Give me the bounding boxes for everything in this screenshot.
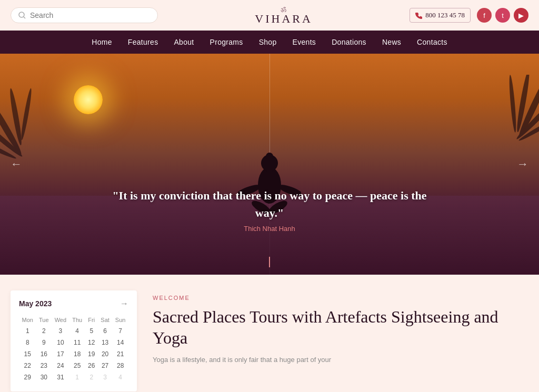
calendar-day-cell[interactable]: 5 — [85, 325, 98, 337]
welcome-description: Yoga is a lifestyle, and it is only fair… — [153, 355, 528, 366]
svg-line-1 — [24, 17, 25, 18]
calendar-grid: Mon Tue Wed Thu Fri Sat Sun 123456789101… — [19, 315, 128, 383]
weekday-fri: Fri — [85, 315, 98, 325]
calendar-day-cell[interactable]: 4 — [69, 325, 85, 337]
nav-contacts[interactable]: Contacts — [417, 38, 447, 46]
calendar-day-cell[interactable]: 24 — [52, 360, 69, 371]
calendar-day-cell[interactable]: 7 — [112, 325, 128, 337]
search-container — [11, 7, 158, 23]
svg-point-0 — [19, 12, 24, 17]
nav-features[interactable]: Features — [128, 38, 158, 46]
quote-text: "It is my conviction that there is no wa… — [105, 187, 434, 222]
calendar-day-cell[interactable]: 12 — [85, 337, 98, 348]
hero-prev-button[interactable]: ← — [5, 152, 27, 176]
nav-news[interactable]: News — [382, 38, 401, 46]
weekday-sat: Sat — [98, 315, 112, 325]
calendar-day-cell[interactable]: 4 — [112, 371, 128, 383]
welcome-section: WELCOME Sacred Places Tours with Artefac… — [153, 290, 528, 366]
site-header: ॐ VIHARA 800 123 45 78 f t ▶ — [0, 0, 539, 31]
nav-shop[interactable]: Shop — [259, 38, 277, 46]
search-icon — [18, 12, 26, 19]
calendar-week-row: 22232425262728 — [19, 360, 128, 371]
header-right: 800 123 45 78 f t ▶ — [410, 8, 528, 23]
calendar-day-cell[interactable]: 1 — [69, 371, 85, 383]
svg-point-18 — [266, 153, 273, 160]
calendar-day-cell[interactable]: 21 — [112, 348, 128, 360]
calendar-day-cell[interactable]: 11 — [69, 337, 85, 348]
calendar-header: May 2023 → — [19, 299, 128, 308]
site-logo: ॐ VIHARA — [255, 6, 313, 25]
calendar-day-cell[interactable]: 2 — [85, 371, 98, 383]
calendar-day-cell[interactable]: 9 — [36, 337, 52, 348]
calendar-widget: May 2023 → Mon Tue Wed Thu Fri Sat Sun 1… — [11, 290, 137, 391]
svg-point-4 — [19, 88, 33, 140]
svg-point-9 — [508, 75, 517, 133]
calendar-day-cell[interactable]: 27 — [98, 360, 112, 371]
calendar-day-cell[interactable]: 22 — [19, 360, 36, 371]
calendar-day-cell[interactable]: 30 — [36, 371, 52, 383]
calendar-day-cell[interactable]: 13 — [98, 337, 112, 348]
calendar-week-row: 2930311234 — [19, 371, 128, 383]
calendar-day-cell[interactable]: 26 — [85, 360, 98, 371]
nav-home[interactable]: Home — [92, 38, 112, 46]
calendar-week-row: 15161718192021 — [19, 348, 128, 360]
nav-about[interactable]: About — [174, 38, 194, 46]
hero-next-button[interactable]: → — [512, 152, 534, 176]
sun-decoration — [74, 85, 103, 114]
calendar-day-cell[interactable]: 19 — [85, 348, 98, 360]
weekday-tue: Tue — [36, 315, 52, 325]
calendar-week-row: 891011121314 — [19, 337, 128, 348]
hero-quote: "It is my conviction that there is no wa… — [0, 187, 539, 233]
slider-indicator — [269, 257, 270, 267]
below-hero-section: May 2023 → Mon Tue Wed Thu Fri Sat Sun 1… — [0, 275, 539, 392]
calendar-day-cell[interactable]: 16 — [36, 348, 52, 360]
phone-box: 800 123 45 78 — [410, 8, 471, 23]
quote-author: Thich Nhat Hanh — [105, 225, 434, 233]
calendar-day-cell[interactable]: 23 — [36, 360, 52, 371]
calendar-day-cell[interactable]: 10 — [52, 337, 69, 348]
calendar-day-cell[interactable]: 1 — [19, 325, 36, 337]
calendar-day-cell[interactable]: 8 — [19, 337, 36, 348]
nav-donations[interactable]: Donations — [332, 38, 366, 46]
search-input[interactable] — [30, 11, 150, 19]
calendar-next-button[interactable]: → — [120, 299, 128, 308]
calendar-day-cell[interactable]: 15 — [19, 348, 36, 360]
calendar-weekdays-row: Mon Tue Wed Thu Fri Sat Sun — [19, 315, 128, 325]
calendar-day-cell[interactable]: 25 — [69, 360, 85, 371]
weekday-mon: Mon — [19, 315, 36, 325]
main-nav: Home Features About Programs Shop Events… — [0, 31, 539, 54]
calendar-week-row: 1234567 — [19, 325, 128, 337]
calendar-day-cell[interactable]: 18 — [69, 348, 85, 360]
calendar-month-label: May 2023 — [19, 299, 52, 308]
youtube-icon[interactable]: ▶ — [514, 8, 528, 23]
phone-icon — [415, 12, 422, 19]
twitter-icon[interactable]: t — [495, 8, 510, 23]
calendar-day-cell[interactable]: 17 — [52, 348, 69, 360]
calendar-day-cell[interactable]: 6 — [98, 325, 112, 337]
calendar-day-cell[interactable]: 3 — [98, 371, 112, 383]
social-icons: f t ▶ — [477, 8, 528, 23]
nav-programs[interactable]: Programs — [210, 38, 243, 46]
nav-events[interactable]: Events — [293, 38, 316, 46]
calendar-day-cell[interactable]: 28 — [112, 360, 128, 371]
calendar-day-cell[interactable]: 20 — [98, 348, 112, 360]
slider-line — [269, 257, 270, 267]
calendar-day-cell[interactable]: 2 — [36, 325, 52, 337]
facebook-icon[interactable]: f — [477, 8, 492, 23]
calendar-day-cell[interactable]: 3 — [52, 325, 69, 337]
weekday-thu: Thu — [69, 315, 85, 325]
weekday-sun: Sun — [112, 315, 128, 325]
calendar-day-cell[interactable]: 31 — [52, 371, 69, 383]
welcome-label: WELCOME — [153, 295, 528, 301]
hero-background: ← → "It is my conviction that there is n… — [0, 54, 539, 275]
calendar-day-cell[interactable]: 14 — [112, 337, 128, 348]
calendar-day-cell[interactable]: 29 — [19, 371, 36, 383]
weekday-wed: Wed — [52, 315, 69, 325]
welcome-title: Sacred Places Tours with Artefacts Sight… — [153, 306, 528, 348]
hero-section: ← → "It is my conviction that there is n… — [0, 54, 539, 275]
